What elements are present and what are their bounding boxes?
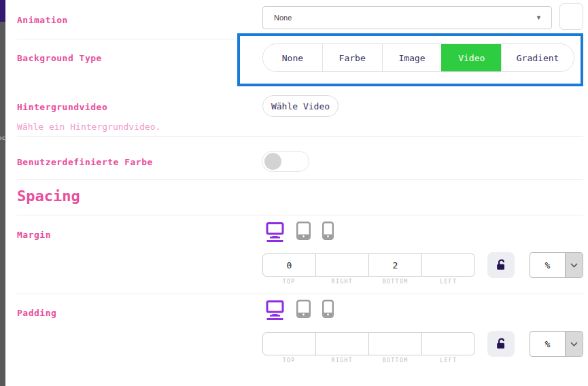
dimension-label-right: RIGHT bbox=[315, 357, 368, 364]
margin-unit-select[interactable]: % bbox=[530, 252, 583, 278]
tablet-icon[interactable] bbox=[296, 300, 311, 318]
padding-device-switcher bbox=[265, 300, 334, 320]
dimension-label-right: RIGHT bbox=[315, 279, 368, 285]
margin-unit-value: % bbox=[530, 253, 565, 277]
settings-panel: oc Animation None ▼ Background Type None… bbox=[0, 0, 588, 386]
padding-left-input[interactable] bbox=[422, 333, 474, 355]
bg-type-video-button[interactable]: Video bbox=[441, 44, 501, 71]
animation-label: Animation bbox=[17, 15, 68, 25]
dimension-label-top: TOP bbox=[262, 357, 315, 364]
bg-type-none-button[interactable]: None bbox=[263, 44, 322, 71]
padding-top-input[interactable] bbox=[263, 333, 315, 355]
background-type-label: Background Type bbox=[17, 53, 102, 63]
dimension-label-left: LEFT bbox=[422, 279, 475, 285]
margin-left-input[interactable] bbox=[422, 254, 474, 276]
chevron-down-icon bbox=[565, 332, 583, 356]
bg-type-gradient-button[interactable]: Gradient bbox=[501, 44, 574, 71]
padding-unit-select[interactable]: % bbox=[530, 331, 583, 357]
dimension-label-top: TOP bbox=[262, 279, 315, 285]
padding-dimension-labels: TOP RIGHT BOTTOM LEFT bbox=[262, 357, 475, 364]
margin-label: Margin bbox=[17, 230, 51, 240]
margin-bottom-input[interactable] bbox=[369, 254, 421, 276]
padding-link-values-button[interactable] bbox=[487, 331, 515, 357]
padding-input-group bbox=[262, 332, 475, 355]
page-behind-text-fragment: oc bbox=[0, 135, 5, 141]
dimension-label-bottom: BOTTOM bbox=[369, 279, 422, 285]
custom-color-toggle[interactable] bbox=[262, 151, 309, 172]
page-behind-gray-strip: oc bbox=[0, 22, 5, 386]
tablet-icon[interactable] bbox=[296, 222, 311, 240]
chevron-down-icon bbox=[565, 253, 583, 277]
margin-right-input[interactable] bbox=[316, 254, 368, 276]
divider bbox=[17, 215, 583, 215]
custom-color-label: Benutzerdefinierte Farbe bbox=[17, 157, 153, 167]
margin-input-group bbox=[262, 253, 475, 277]
padding-right-input[interactable] bbox=[316, 333, 368, 355]
page-behind-purple-bar bbox=[0, 0, 5, 22]
unlock-icon bbox=[494, 337, 508, 351]
divider bbox=[17, 136, 583, 137]
mobile-icon[interactable] bbox=[322, 300, 334, 318]
caret-down-icon: ▼ bbox=[536, 14, 542, 21]
dimension-label-left: LEFT bbox=[422, 357, 475, 364]
padding-unit-value: % bbox=[530, 332, 565, 356]
background-type-button-group: None Farbe Image Video Gradient bbox=[262, 43, 574, 72]
margin-link-values-button[interactable] bbox=[487, 252, 515, 278]
margin-device-switcher bbox=[265, 222, 334, 242]
divider bbox=[17, 179, 583, 180]
dimension-label-bottom: BOTTOM bbox=[369, 357, 422, 364]
animation-select-value: None bbox=[274, 14, 292, 22]
mobile-icon[interactable] bbox=[322, 222, 334, 240]
toggle-knob bbox=[264, 153, 281, 170]
small-square-button[interactable] bbox=[559, 3, 583, 30]
desktop-icon[interactable] bbox=[265, 222, 285, 242]
animation-select[interactable]: None ▼ bbox=[262, 6, 552, 29]
padding-bottom-input[interactable] bbox=[369, 333, 421, 355]
background-video-label: Hintergrundvideo bbox=[17, 102, 107, 112]
desktop-icon[interactable] bbox=[265, 300, 285, 320]
section-heading-spacing: Spacing bbox=[17, 188, 80, 205]
margin-dimension-labels: TOP RIGHT BOTTOM LEFT bbox=[262, 279, 475, 285]
margin-top-input[interactable] bbox=[263, 254, 315, 276]
background-video-description: Wähle ein Hintergrundvideo. bbox=[17, 122, 160, 132]
padding-label: Padding bbox=[17, 308, 56, 318]
divider bbox=[17, 294, 583, 294]
bg-type-image-button[interactable]: Image bbox=[382, 44, 442, 71]
choose-video-button[interactable]: Wähle Video bbox=[262, 95, 339, 117]
unlock-icon bbox=[494, 258, 508, 272]
bg-type-farbe-button[interactable]: Farbe bbox=[322, 44, 382, 71]
